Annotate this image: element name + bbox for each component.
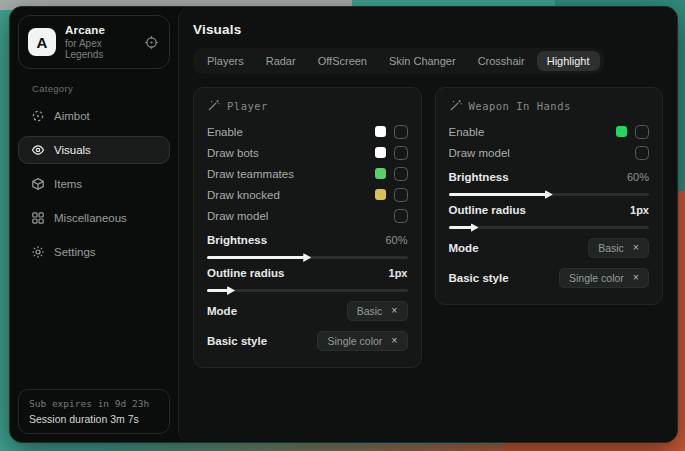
- slider-track[interactable]: [207, 256, 408, 259]
- slider-label: Brightness: [207, 234, 267, 246]
- toggle-label: Draw model: [207, 210, 268, 222]
- checkbox[interactable]: [394, 167, 408, 181]
- sidebar-item-miscellaneous[interactable]: Miscellaneous: [18, 204, 170, 232]
- select-label: Basic style: [207, 335, 267, 347]
- sidebar-item-label: Visuals: [54, 144, 91, 156]
- checkbox[interactable]: [394, 209, 408, 223]
- sidebar: A Arcane for Apex Legends Category: [10, 7, 178, 442]
- checkbox[interactable]: [394, 125, 408, 139]
- toggle-row-draw-knocked: Draw knocked: [207, 184, 408, 205]
- app-logo: A: [28, 28, 56, 56]
- slider-thumb[interactable]: [545, 190, 553, 199]
- sub-expires-text: Sub expires in 9d 23h: [29, 398, 159, 409]
- close-icon[interactable]: ×: [633, 272, 639, 283]
- brightness-slider-block: Brightness 60%: [449, 168, 650, 196]
- tab-crosshair[interactable]: Crosshair: [468, 51, 535, 71]
- sidebar-item-items[interactable]: Items: [18, 170, 170, 198]
- checkbox[interactable]: [394, 146, 408, 160]
- close-icon[interactable]: ×: [633, 242, 639, 253]
- color-swatch[interactable]: [375, 189, 386, 200]
- mode-tag[interactable]: Basic ×: [347, 301, 408, 321]
- tag-text: Single color: [327, 335, 382, 347]
- tab-radar[interactable]: Radar: [256, 51, 306, 71]
- sidebar-item-visuals[interactable]: Visuals: [18, 136, 170, 164]
- slider-fill: [449, 193, 549, 196]
- toggle-label: Draw knocked: [207, 189, 280, 201]
- slider-thumb[interactable]: [303, 253, 311, 262]
- eye-icon: [30, 143, 45, 158]
- toggle-label: Enable: [207, 126, 243, 138]
- select-label: Mode: [449, 242, 479, 254]
- panel-title: Player: [227, 100, 268, 112]
- sidebar-item-settings[interactable]: Settings: [18, 238, 170, 266]
- background-orange-strip: [105, 444, 565, 451]
- app-header-card: A Arcane for Apex Legends: [18, 15, 170, 69]
- slider-track[interactable]: [449, 226, 650, 229]
- color-swatch[interactable]: [375, 147, 386, 158]
- wand-icon: [449, 99, 462, 112]
- tab-players[interactable]: Players: [197, 51, 254, 71]
- main-content: Visuals Players Radar OffScreen Skin Cha…: [178, 7, 677, 442]
- slider-fill: [207, 289, 231, 292]
- basic-style-select-row: Basic style Single color ×: [207, 327, 408, 354]
- checkbox[interactable]: [635, 146, 649, 160]
- tag-text: Single color: [569, 272, 624, 284]
- slider-value: 60%: [627, 171, 649, 183]
- slider-track[interactable]: [207, 289, 408, 292]
- app-subtitle: for Apex Legends: [65, 38, 133, 60]
- close-icon[interactable]: ×: [391, 335, 397, 346]
- slider-thumb[interactable]: [227, 286, 235, 295]
- slider-label: Outline radius: [207, 267, 284, 279]
- sidebar-item-label: Miscellaneous: [54, 212, 127, 224]
- box-icon: [30, 177, 45, 192]
- slider-thumb[interactable]: [471, 223, 479, 232]
- app-meta: Arcane for Apex Legends: [65, 24, 133, 60]
- toggle-row-draw-model: Draw model: [449, 142, 650, 163]
- sidebar-item-label: Aimbot: [54, 110, 90, 122]
- outline-radius-slider-block: Outline radius 1px: [207, 264, 408, 292]
- slider-fill: [207, 256, 307, 259]
- grid-icon: [30, 211, 45, 226]
- select-label: Mode: [207, 305, 237, 317]
- checkbox[interactable]: [635, 125, 649, 139]
- slider-track[interactable]: [449, 193, 650, 196]
- tab-highlight[interactable]: Highlight: [537, 51, 600, 71]
- weapon-in-hands-panel: Weapon In Hands Enable Draw model: [435, 87, 664, 305]
- target-icon[interactable]: [142, 33, 160, 51]
- toggle-label: Enable: [449, 126, 485, 138]
- slider-label: Outline radius: [449, 204, 526, 216]
- page-title: Visuals: [193, 22, 663, 37]
- tag-text: Basic: [598, 242, 624, 254]
- color-swatch[interactable]: [375, 168, 386, 179]
- mode-select-row: Mode Basic ×: [449, 234, 650, 261]
- sidebar-item-label: Items: [54, 178, 82, 190]
- toggle-label: Draw teammates: [207, 168, 294, 180]
- panel-title: Weapon In Hands: [469, 100, 571, 112]
- sidebar-item-aimbot[interactable]: Aimbot: [18, 102, 170, 130]
- subscription-card: Sub expires in 9d 23h Session duration 3…: [18, 389, 170, 434]
- app-title: Arcane: [65, 24, 133, 36]
- basic-style-tag[interactable]: Single color ×: [317, 331, 407, 351]
- toggle-label: Draw model: [449, 147, 510, 159]
- tab-skin-changer[interactable]: Skin Changer: [379, 51, 466, 71]
- slider-value: 1px: [389, 267, 408, 279]
- close-icon[interactable]: ×: [391, 305, 397, 316]
- slider-label: Brightness: [449, 171, 509, 183]
- mode-select-row: Mode Basic ×: [207, 297, 408, 324]
- weapon-panel-header: Weapon In Hands: [449, 99, 650, 112]
- checkbox[interactable]: [394, 188, 408, 202]
- session-duration-text: Session duration 3m 7s: [29, 413, 159, 425]
- cheat-menu-window: A Arcane for Apex Legends Category: [9, 6, 678, 443]
- mode-tag[interactable]: Basic ×: [588, 238, 649, 258]
- color-swatch[interactable]: [375, 126, 386, 137]
- color-swatch[interactable]: [616, 126, 627, 137]
- wand-icon: [207, 99, 220, 112]
- outline-radius-slider-block: Outline radius 1px: [449, 201, 650, 229]
- tag-text: Basic: [357, 305, 383, 317]
- basic-style-tag[interactable]: Single color ×: [559, 268, 649, 288]
- toggle-label: Draw bots: [207, 147, 259, 159]
- category-label: Category: [32, 83, 170, 94]
- toggle-row-draw-teammates: Draw teammates: [207, 163, 408, 184]
- tab-offscreen[interactable]: OffScreen: [308, 51, 377, 71]
- panels-row: Player Enable Draw bots: [193, 87, 663, 368]
